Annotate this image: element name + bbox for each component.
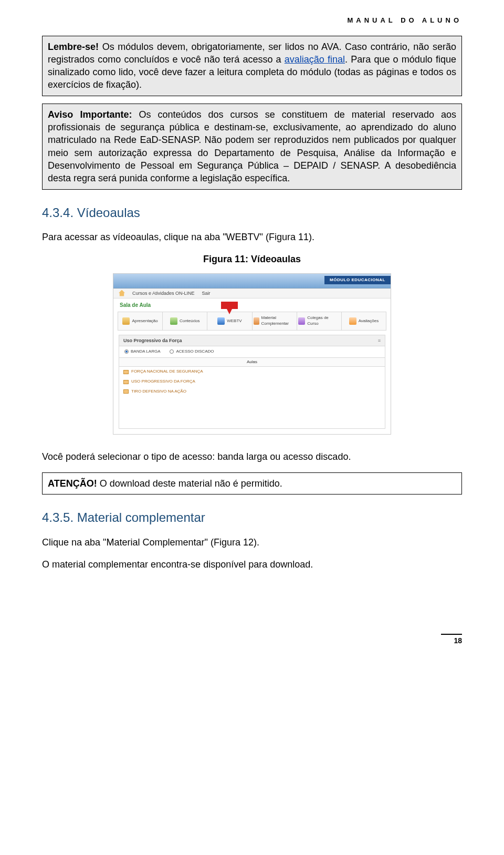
radio-icon — [170, 349, 174, 354]
modulo-educacional-badge: MÓDULO EDUCACIONAL — [324, 276, 391, 285]
tab-label: Conteúdos — [180, 318, 200, 324]
figure-11-caption: Figura 11: Vídeoaulas — [42, 253, 462, 265]
radio-label: ACESSO DISCADO — [176, 349, 214, 355]
section-434-intro: Para acessar as vídeoaulas, clique na ab… — [42, 231, 462, 243]
section-434-title: 4.3.4. Vídeoaulas — [42, 204, 462, 221]
menu-sair[interactable]: Sair — [202, 290, 211, 296]
radio-banda-larga[interactable]: BANDA LARGA — [124, 349, 160, 355]
tabs-row: Apresentação Conteúdos WEBTV Material Co… — [118, 312, 386, 331]
panel-title-text: Uso Progressivo da Força — [123, 337, 182, 344]
panel-menu-icon[interactable]: ≡ — [378, 337, 381, 344]
sala-de-aula-label: Sala de Aula — [113, 298, 391, 310]
figure-11-screenshot: MÓDULO EDUCACIONAL Cursos e Atividades O… — [113, 273, 391, 435]
list-item-label: USO PROGRESSIVO DA FORÇA — [131, 379, 195, 385]
radio-acesso-discado[interactable]: ACESSO DISCADO — [170, 349, 214, 355]
film-icon — [123, 380, 129, 384]
notice-box-lembre: Lembre-se! Os módulos devem, obrigatoria… — [42, 36, 462, 96]
panel-title-bar: Uso Progressivo da Força ≡ — [119, 335, 385, 346]
aulas-header: Aulas — [119, 358, 385, 367]
tab-label: Colegas de Curso — [307, 315, 340, 327]
section-435-p1: Clique na aba "Material Complementar" (F… — [42, 536, 462, 549]
film-icon — [123, 370, 129, 374]
app-header-bar: MÓDULO EDUCACIONAL — [113, 274, 391, 289]
aviso-label: Aviso Importante: — [48, 109, 132, 120]
list-item-label: TIRO DEFENSIVO NA AÇÃO — [131, 389, 186, 395]
material-icon — [254, 317, 259, 325]
film-icon — [123, 389, 129, 394]
aviso-text: Os conteúdos dos cursos se constituem de… — [48, 109, 456, 183]
app-menu-bar: Cursos e Atividades ON-LINE Sair — [113, 289, 391, 298]
radio-icon — [124, 349, 129, 354]
colegas-icon — [298, 317, 306, 325]
menu-cursos[interactable]: Cursos e Atividades ON-LINE — [132, 290, 195, 296]
atencao-label: ATENÇÃO! — [48, 478, 97, 489]
atencao-box: ATENÇÃO! O download deste material não é… — [42, 472, 462, 495]
tab-label: WEBTV — [227, 318, 242, 324]
tab-webtv[interactable]: WEBTV — [207, 312, 252, 330]
home-icon[interactable] — [119, 290, 125, 296]
after-figure-text: Você poderá selecionar o tipo de acesso:… — [42, 450, 462, 463]
arrow-icon — [226, 307, 233, 314]
tab-label: Apresentação — [132, 318, 158, 324]
radio-label: BANDA LARGA — [131, 349, 160, 355]
atencao-text: O download deste material não é permitid… — [97, 478, 282, 489]
list-item[interactable]: USO PROGRESSIVO DA FORÇA — [119, 377, 385, 387]
tab-label: Material Complementar — [261, 315, 296, 327]
access-type-row: BANDA LARGA ACESSO DISCADO — [119, 346, 385, 358]
section-435-title: 4.3.5. Material complementar — [42, 509, 462, 526]
tab-conteudos[interactable]: Conteúdos — [163, 312, 207, 330]
section-435-p2: O material complementar encontra-se disp… — [42, 558, 462, 571]
presentation-icon — [122, 317, 130, 325]
content-icon — [170, 317, 177, 325]
list-item-label: FORÇA NACIONAL DE SEGURANÇA — [131, 369, 203, 375]
list-item[interactable]: FORÇA NACIONAL DE SEGURANÇA — [119, 367, 385, 377]
webtv-icon — [217, 317, 225, 325]
notice-label: Lembre-se! — [48, 42, 99, 52]
tab-apresentacao[interactable]: Apresentação — [118, 312, 163, 330]
tab-label: Avaliações — [359, 318, 379, 324]
avaliacoes-icon — [349, 317, 356, 325]
tab-colegas[interactable]: Colegas de Curso — [297, 312, 342, 330]
notice-box-aviso: Aviso Importante: Os conteúdos dos curso… — [42, 104, 462, 190]
tab-avaliacoes[interactable]: Avaliações — [342, 312, 386, 330]
tab-material-complementar[interactable]: Material Complementar — [253, 312, 297, 330]
aulas-list: FORÇA NACIONAL DE SEGURANÇA USO PROGRESS… — [119, 367, 385, 428]
avaliacao-final-link[interactable]: avaliação final — [285, 54, 345, 65]
list-item[interactable]: TIRO DEFENSIVO NA AÇÃO — [119, 387, 385, 397]
page-number: 18 — [441, 634, 462, 646]
document-header: MANUAL DO ALUNO — [42, 16, 462, 25]
